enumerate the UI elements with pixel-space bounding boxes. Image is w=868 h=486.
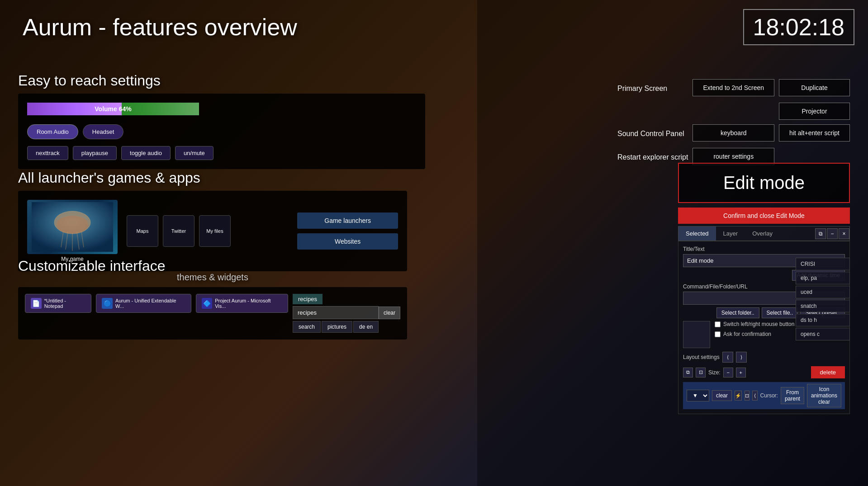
- search-clear-button[interactable]: clear: [379, 307, 400, 319]
- websites-button[interactable]: Websites: [297, 233, 398, 250]
- title-text-label: Title/Text: [683, 246, 845, 252]
- switch-mouse-row: Switch left/right mouse button: [715, 321, 794, 327]
- games-section: All launcher's games & apps: [18, 170, 407, 271]
- settings-section: Easy to reach settings Volume 64% Room A…: [18, 72, 425, 169]
- audio-buttons-row: Room Audio Headset: [27, 124, 416, 139]
- right-settings-panel: Primary Screen Extend to 2nd Screen Dupl…: [617, 79, 850, 167]
- game-launchers-button[interactable]: Game launchers: [297, 212, 398, 229]
- cursor-label: Cursor:: [760, 392, 778, 399]
- confirm-edit-button[interactable]: Confirm and close Edit Mode: [678, 208, 850, 224]
- nexttrack-button[interactable]: nexttrack: [27, 146, 68, 160]
- icon-animations-clear[interactable]: Icon animations clear: [807, 384, 841, 407]
- layout-btn-2[interactable]: ⟩: [736, 352, 747, 363]
- size-icon-2[interactable]: ⊡: [696, 368, 706, 377]
- projector-button[interactable]: Projector: [779, 103, 850, 120]
- settings-section-title: Easy to reach settings: [18, 72, 425, 89]
- aurum-app[interactable]: 🔵 Aurum - Unified Extendable W...: [96, 294, 191, 313]
- icon-image-box[interactable]: [683, 321, 710, 348]
- control-buttons-row: nexttrack playpause toggle audio un/mute: [27, 146, 416, 160]
- switch-mouse-checkbox[interactable]: [715, 321, 721, 327]
- right-list: CRISI elp, pa uced snatch ds to h opens …: [796, 258, 850, 342]
- tab-selected[interactable]: Selected: [678, 226, 716, 241]
- list-item-2[interactable]: elp, pa: [796, 272, 850, 284]
- list-item-6[interactable]: opens c: [796, 328, 850, 340]
- tab-icon-minus[interactable]: −: [827, 228, 838, 239]
- alt-enter-button[interactable]: hit alt+enter script: [779, 124, 850, 142]
- list-item-3[interactable]: uced: [796, 286, 850, 298]
- select-file-button[interactable]: Select file..: [762, 307, 798, 318]
- search-sub-pictures[interactable]: pictures: [322, 321, 352, 333]
- bottom-icon-3[interactable]: ⟨: [752, 391, 757, 401]
- keyboard-button[interactable]: keyboard: [693, 124, 774, 142]
- list-item-4[interactable]: snatch: [796, 300, 850, 312]
- select-folder-button[interactable]: Select folder..: [716, 307, 759, 318]
- maps-thumb[interactable]: Maps: [127, 215, 158, 247]
- game-actions: Game launchers Websites: [297, 212, 398, 250]
- layout-settings-label: Layout settings: [683, 354, 720, 360]
- myfiles-thumb[interactable]: My files: [199, 215, 231, 247]
- switch-mouse-label: Switch left/right mouse button: [723, 321, 794, 327]
- layout-row: Layout settings ⟨ ⟩: [683, 352, 845, 363]
- ask-confirmation-row: Ask for confirmation: [715, 331, 794, 337]
- room-audio-button[interactable]: Room Audio: [27, 124, 78, 139]
- size-label: Size:: [708, 369, 721, 376]
- clock-display: 18:02:18: [743, 9, 854, 45]
- notepad-label: *Untitled - Notepad: [44, 298, 86, 309]
- ask-confirm-label: Ask for confirmation: [723, 331, 771, 337]
- list-item-5[interactable]: ds to h: [796, 314, 850, 326]
- aurum-icon: 🔵: [102, 298, 113, 309]
- primary-screen-label: Primary Screen: [617, 79, 688, 98]
- volume-label: Volume 64%: [95, 105, 131, 113]
- bottom-bar: ▼ clear ⚡ ⊡ ⟨ Cursor: From parent Icon a…: [683, 382, 845, 409]
- size-row: ⧉ ⊡ Size: − + delete: [683, 366, 845, 378]
- bottom-dropdown[interactable]: ▼: [687, 390, 709, 401]
- search-tag: recipes: [293, 294, 323, 304]
- delete-button[interactable]: delete: [811, 366, 845, 378]
- customizable-section: Customizable interface themes & widgets …: [18, 258, 407, 340]
- search-sub-search[interactable]: search: [293, 321, 321, 333]
- size-icon-1[interactable]: ⧉: [683, 368, 693, 377]
- notepad-app[interactable]: 📄 *Untitled - Notepad: [25, 294, 91, 313]
- search-sub-buttons: search pictures de en: [293, 321, 400, 333]
- sound-panel-label: Sound Control Panel: [617, 124, 688, 143]
- notepad-icon: 📄: [31, 298, 42, 309]
- tab-icon-x[interactable]: ×: [839, 228, 849, 239]
- bottom-icon-2[interactable]: ⊡: [745, 391, 749, 401]
- twitter-thumb[interactable]: Twitter: [163, 215, 194, 247]
- playpause-button[interactable]: playpause: [73, 146, 117, 160]
- checkbox-group: Switch left/right mouse button Ask for c…: [715, 321, 794, 339]
- edit-mode-title: Edit mode: [678, 163, 850, 203]
- list-item-1[interactable]: CRISI: [796, 258, 850, 270]
- tab-overlay[interactable]: Overlay: [745, 226, 780, 241]
- ask-confirm-checkbox[interactable]: [715, 331, 721, 337]
- volume-container: Volume 64%: [27, 103, 416, 115]
- bottom-icon-1[interactable]: ⚡: [735, 391, 742, 401]
- games-section-title: All launcher's games & apps: [18, 170, 407, 186]
- aurum-label: Aurum - Unified Extendable W...: [115, 298, 185, 309]
- unmute-button[interactable]: un/mute: [175, 146, 213, 160]
- edit-tabs: Selected Layer Overlay ⧉ − ×: [678, 226, 850, 241]
- extend-screen-button[interactable]: Extend to 2nd Screen: [693, 79, 774, 96]
- search-input[interactable]: [293, 306, 379, 319]
- search-widget: recipes clear search pictures de en: [293, 294, 400, 333]
- size-btn-minus[interactable]: −: [723, 368, 733, 377]
- game-thumbnail[interactable]: [27, 200, 118, 254]
- settings-box: Volume 64% Room Audio Headset nexttrack …: [18, 94, 425, 169]
- app-thumbnails: 📄 *Untitled - Notepad 🔵 Aurum - Unified …: [25, 294, 288, 313]
- duplicate-button[interactable]: Duplicate: [779, 79, 850, 96]
- project-icon: 🔷: [202, 298, 213, 309]
- toggle-audio-button[interactable]: toggle audio: [121, 146, 171, 160]
- svg-point-2: [57, 216, 88, 234]
- volume-bar[interactable]: Volume 64%: [27, 103, 199, 115]
- layout-btn-1[interactable]: ⟨: [722, 352, 733, 363]
- search-sub-de-en[interactable]: de en: [353, 321, 379, 333]
- project-app[interactable]: 🔷 Project Aurum - Microsoft Vis...: [196, 294, 288, 313]
- jellyfish-art: [27, 200, 118, 254]
- bottom-clear-button[interactable]: clear: [712, 390, 732, 401]
- tab-layer[interactable]: Layer: [716, 226, 745, 241]
- tab-icon-copy[interactable]: ⧉: [815, 228, 826, 239]
- cursor-from-parent[interactable]: From parent: [781, 387, 804, 404]
- headset-button[interactable]: Headset: [83, 124, 123, 139]
- tab-icon-buttons: ⧉ − ×: [815, 228, 849, 239]
- size-btn-plus[interactable]: +: [736, 368, 746, 377]
